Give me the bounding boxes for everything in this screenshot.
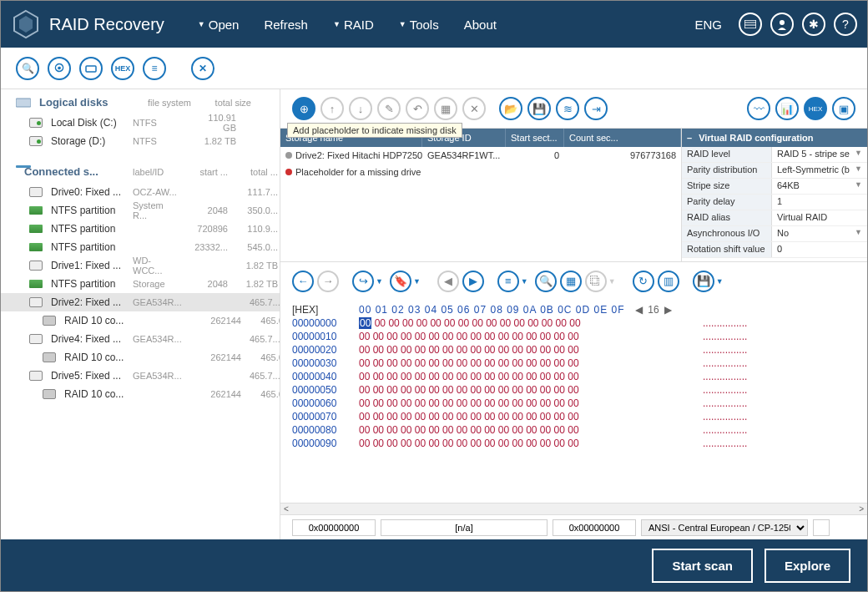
logical-disk-row[interactable]: Local Disk (C:) NTFS 110.91 GB [1,114,280,132]
hex-search-button[interactable]: 🔍 [535,271,557,292]
raid-icon [43,316,56,326]
disk-icon[interactable] [79,57,103,80]
hex-row[interactable]: 00000060 00 00 00 00 00 00 00 00 00 00 0… [292,397,855,410]
menu-tools[interactable]: ▼Tools [399,18,439,32]
partition-icon [29,243,43,251]
hex-row[interactable]: 00000080 00 00 00 00 00 00 00 00 00 00 0… [292,423,855,437]
hex-copy-button[interactable]: ⿻ [585,271,607,292]
user-icon[interactable] [770,13,794,36]
hex-goto-button[interactable]: ↪ [352,271,374,292]
move-down-button[interactable]: ↓ [349,97,372,120]
list-icon[interactable]: ≡ [143,57,166,80]
hex-icon[interactable]: HEX [111,57,134,80]
hex-row[interactable]: 00000020 00 00 00 00 00 00 00 00 00 00 0… [292,343,855,357]
open-folder-button[interactable]: 📂 [499,97,522,120]
raid-config-header[interactable]: Virtual RAID configuration [682,129,867,147]
hex-bookmark-button[interactable]: 🔖 [390,271,411,292]
partition-icon [29,225,43,233]
start-scan-button[interactable]: Start scan [652,549,753,583]
hex-row[interactable]: 00000000 00 00 00 00 00 00 00 00 00 00 0… [292,316,855,330]
save-button[interactable]: 💾 [527,97,551,120]
add-placeholder-button[interactable]: ⊕ [292,97,315,120]
hex-row[interactable]: 00000050 00 00 00 00 00 00 00 00 00 00 0… [292,383,855,397]
storage-row[interactable]: RAID 10 co... 262144 465.6... [1,311,280,330]
status-selection[interactable] [381,519,548,536]
storage-row[interactable]: NTFS partition System R... 2048 350.0... [1,201,280,220]
scan-icon[interactable]: ⦿ [48,57,71,80]
hex-block-button[interactable]: ▦ [560,271,582,292]
logical-disk-row[interactable]: Storage (D:) NTFS 1.82 TB [1,132,280,150]
hex-columns-button[interactable]: ▥ [658,271,679,292]
hex-back-button[interactable]: ← [292,271,314,292]
storage-row[interactable]: NTFS partition 23332... 545.0... [1,238,280,256]
close-icon[interactable]: ✕ [191,57,214,80]
chart-icon[interactable]: 📊 [775,97,799,120]
hex-row[interactable]: 00000010 00 00 00 00 00 00 00 00 00 00 0… [292,330,855,343]
storage-name: NTFS partition [51,241,124,253]
storage-name: Drive2: Fixed ... [51,296,124,308]
hex-row[interactable]: 00000040 00 00 00 00 00 00 00 00 00 00 0… [292,370,855,383]
config-row[interactable]: Rotation shift value 0 [682,242,867,258]
config-row[interactable]: Parity delay 1 [682,195,867,210]
storage-row[interactable]: Drive5: Fixed ... GEA534R... 465.7... [1,367,280,385]
storage-row[interactable]: Drive2: Fixed ... GEA534R... 465.7... [1,293,280,311]
export-button[interactable]: ⇥ [584,97,608,120]
storage-row[interactable]: Drive0: Fixed ... OCZ-AW... 111.7... [1,183,280,201]
config-row[interactable]: Parity distribution Left-Symmetric (b▼ [682,163,867,179]
config-value: Left-Symmetric (b [777,164,850,176]
status-encoding[interactable]: ANSI - Central European / CP-1250 [641,519,808,536]
status-extra[interactable] [813,519,830,536]
menu-about[interactable]: About [464,18,497,32]
hex-refresh-button[interactable]: ↻ [633,271,654,292]
table-row[interactable]: Drive2: Fixed Hitachi HDP7250... GEA534R… [280,147,681,164]
config-row[interactable]: RAID level RAID 5 - stripe se▼ [682,147,867,163]
hex-scrollbar[interactable]: <> [280,503,867,514]
hex-page-nav[interactable]: ◀ 16 ▶ [635,303,673,316]
status-offset-1[interactable] [292,519,376,536]
storage-row[interactable]: RAID 10 co... 262144 465.6... [1,348,280,367]
storage-row[interactable]: Drive1: Fixed ... WD-WCC... 1.82 TB [1,256,280,275]
hex-row[interactable]: 00000030 00 00 00 00 00 00 00 00 00 00 0… [292,357,855,370]
help-icon[interactable]: ? [834,13,857,36]
activity-icon[interactable]: 〰 [747,97,770,120]
table-row[interactable]: Placeholder for a missing drive [280,164,681,180]
storage-row[interactable]: RAID 10 co... 262144 465.6... [1,385,280,403]
search-icon[interactable]: 🔍 [16,57,39,80]
hex-row[interactable]: 00000090 00 00 00 00 00 00 00 00 00 00 0… [292,437,855,450]
disk-icon [29,118,43,128]
menu-refresh[interactable]: Refresh [264,18,308,32]
settings-icon[interactable]: ✱ [802,13,825,36]
menu-open[interactable]: ▼Open [198,18,240,32]
layers-button[interactable]: ≋ [556,97,579,120]
hex-address: 00000060 [292,397,359,410]
move-up-button[interactable]: ↑ [320,97,344,120]
config-row[interactable]: Stripe size 64KB▼ [682,179,867,195]
storage-row[interactable]: NTFS partition 720896 110.9... [1,220,280,238]
hex-view-button[interactable]: HEX [804,97,827,120]
hex-tag-right-button[interactable]: ▶ [462,271,484,292]
explore-button[interactable]: Explore [765,549,850,583]
hex-row[interactable]: 00000070 00 00 00 00 00 00 00 00 00 00 0… [292,410,855,423]
panel-button[interactable]: ▣ [832,97,855,120]
undo-button[interactable]: ↶ [406,97,429,120]
workspace-icon[interactable] [739,13,762,36]
remove-button[interactable]: ✕ [462,97,486,120]
storage-row[interactable]: Drive4: Fixed ... GEA534R... 465.7... [1,330,280,348]
edit-button[interactable]: ✎ [377,97,401,120]
col-start-sector[interactable]: Start sect... [506,129,564,147]
grid-button[interactable]: ▦ [434,97,457,120]
hex-bytes: 00 00 00 00 00 00 00 00 00 00 00 00 00 0… [359,330,693,343]
menu-raid[interactable]: ▼RAID [333,18,374,32]
hex-address: 00000090 [292,437,359,450]
hex-tag-left-button[interactable]: ◀ [437,271,459,292]
col-count-sector[interactable]: Count sec... [564,129,681,147]
hex-list-button[interactable]: ≡ [497,271,519,292]
hex-save-button[interactable]: 💾 [693,271,714,292]
config-row[interactable]: Asynchronous I/O No▼ [682,226,867,242]
config-row[interactable]: RAID alias Virtual RAID [682,210,867,226]
language-selector[interactable]: ENG [694,18,722,32]
hex-forward-button[interactable]: → [317,271,339,292]
hex-bytes: 00 00 00 00 00 00 00 00 00 00 00 00 00 0… [359,316,693,330]
status-offset-2[interactable] [553,519,636,536]
storage-row[interactable]: NTFS partition Storage 2048 1.82 TB [1,275,280,293]
